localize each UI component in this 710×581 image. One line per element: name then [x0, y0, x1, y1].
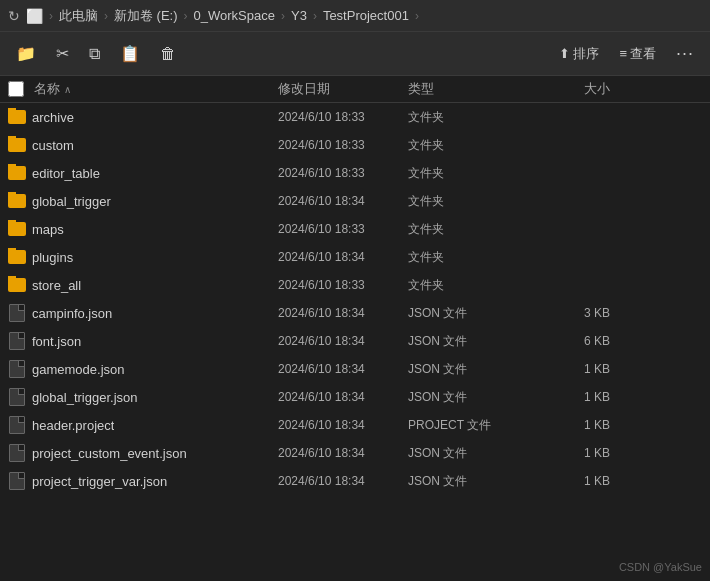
sep5: ›: [313, 9, 317, 23]
sort-label: 排序: [573, 45, 599, 63]
delete-icon: 🗑: [160, 45, 176, 63]
json-file-icon: [8, 472, 26, 490]
paste-icon: 📋: [120, 44, 140, 63]
file-date: 2024/6/10 18:34: [278, 446, 408, 460]
file-name: project_trigger_var.json: [32, 474, 167, 489]
file-name: store_all: [32, 278, 81, 293]
refresh-icon[interactable]: ↻: [8, 8, 20, 24]
breadcrumb-workspace[interactable]: 0_WorkSpace: [194, 8, 275, 23]
file-size: 1 KB: [538, 474, 618, 488]
file-size: 1 KB: [538, 418, 618, 432]
sep6: ›: [415, 9, 419, 23]
file-type: JSON 文件: [408, 361, 538, 378]
folder-icon: [8, 248, 26, 266]
file-name: font.json: [32, 334, 81, 349]
table-row[interactable]: header.project 2024/6/10 18:34 PROJECT 文…: [0, 411, 710, 439]
json-file-icon: [8, 388, 26, 406]
file-name-cell: project_custom_event.json: [8, 444, 278, 462]
file-name-cell: gamemode.json: [8, 360, 278, 378]
breadcrumb-y3[interactable]: Y3: [291, 8, 307, 23]
select-all-checkbox[interactable]: [8, 81, 24, 97]
file-type: 文件夹: [408, 221, 538, 238]
table-row[interactable]: global_trigger 2024/6/10 18:34 文件夹: [0, 187, 710, 215]
table-row[interactable]: font.json 2024/6/10 18:34 JSON 文件 6 KB: [0, 327, 710, 355]
json-file-icon: [8, 444, 26, 462]
file-date: 2024/6/10 18:33: [278, 138, 408, 152]
window-icon[interactable]: ⬜: [26, 8, 43, 24]
new-folder-icon: 📁: [16, 44, 36, 63]
delete-button[interactable]: 🗑: [152, 41, 184, 67]
table-row[interactable]: campinfo.json 2024/6/10 18:34 JSON 文件 3 …: [0, 299, 710, 327]
file-date: 2024/6/10 18:34: [278, 334, 408, 348]
view-button[interactable]: ≡ 查看: [611, 41, 664, 67]
table-row[interactable]: editor_table 2024/6/10 18:33 文件夹: [0, 159, 710, 187]
file-size: 1 KB: [538, 362, 618, 376]
table-row[interactable]: custom 2024/6/10 18:33 文件夹: [0, 131, 710, 159]
cut-icon: ✂: [56, 44, 69, 63]
view-label: 查看: [630, 45, 656, 63]
file-type: JSON 文件: [408, 333, 538, 350]
file-name: plugins: [32, 250, 73, 265]
table-row[interactable]: global_trigger.json 2024/6/10 18:34 JSON…: [0, 383, 710, 411]
sep2: ›: [104, 9, 108, 23]
file-name-cell: plugins: [8, 248, 278, 266]
file-date: 2024/6/10 18:34: [278, 362, 408, 376]
file-size: 3 KB: [538, 306, 618, 320]
folder-icon: [8, 108, 26, 126]
titlebar: ↻ ⬜ › 此电脑 › 新加卷 (E:) › 0_WorkSpace › Y3 …: [0, 0, 710, 32]
folder-icon: [8, 276, 26, 294]
breadcrumb-project[interactable]: TestProject001: [323, 8, 409, 23]
more-button[interactable]: ···: [668, 39, 702, 68]
sort-button[interactable]: ⬆ 排序: [551, 41, 607, 67]
table-row[interactable]: archive 2024/6/10 18:33 文件夹: [0, 103, 710, 131]
file-size: 1 KB: [538, 390, 618, 404]
folder-icon: [8, 136, 26, 154]
breadcrumb-drive[interactable]: 新加卷 (E:): [114, 7, 178, 25]
json-file-icon: [8, 360, 26, 378]
sep4: ›: [281, 9, 285, 23]
folder-icon: [8, 220, 26, 238]
file-name: maps: [32, 222, 64, 237]
file-name: archive: [32, 110, 74, 125]
file-date: 2024/6/10 18:34: [278, 250, 408, 264]
file-name-cell: global_trigger: [8, 192, 278, 210]
copy-button[interactable]: ⧉: [81, 41, 108, 67]
file-date: 2024/6/10 18:34: [278, 474, 408, 488]
file-name: header.project: [32, 418, 114, 433]
file-date: 2024/6/10 18:34: [278, 306, 408, 320]
file-date: 2024/6/10 18:34: [278, 418, 408, 432]
file-name: project_custom_event.json: [32, 446, 187, 461]
paste-button[interactable]: 📋: [112, 40, 148, 67]
file-name-cell: maps: [8, 220, 278, 238]
table-row[interactable]: gamemode.json 2024/6/10 18:34 JSON 文件 1 …: [0, 355, 710, 383]
filelist-container: archive 2024/6/10 18:33 文件夹 custom 2024/…: [0, 103, 710, 581]
file-name-cell: font.json: [8, 332, 278, 350]
sep1: ›: [49, 9, 53, 23]
file-name-cell: campinfo.json: [8, 304, 278, 322]
view-icon: ≡: [619, 46, 627, 61]
file-name-cell: project_trigger_var.json: [8, 472, 278, 490]
filelist-header: 名称 ∧ 修改日期 类型 大小: [0, 76, 710, 103]
file-date: 2024/6/10 18:34: [278, 390, 408, 404]
table-row[interactable]: project_custom_event.json 2024/6/10 18:3…: [0, 439, 710, 467]
toolbar: 📁 ✂ ⧉ 📋 🗑 ⬆ 排序 ≡ 查看 ···: [0, 32, 710, 76]
file-type: JSON 文件: [408, 305, 538, 322]
table-row[interactable]: plugins 2024/6/10 18:34 文件夹: [0, 243, 710, 271]
file-type: JSON 文件: [408, 445, 538, 462]
copy-icon: ⧉: [89, 45, 100, 63]
file-name-cell: global_trigger.json: [8, 388, 278, 406]
json-file-icon: [8, 332, 26, 350]
cut-button[interactable]: ✂: [48, 40, 77, 67]
header-date-col: 修改日期: [278, 80, 408, 98]
file-type: 文件夹: [408, 165, 538, 182]
header-name-label: 名称: [34, 80, 60, 98]
table-row[interactable]: project_trigger_var.json 2024/6/10 18:34…: [0, 467, 710, 495]
file-size: 1 KB: [538, 446, 618, 460]
file-name: campinfo.json: [32, 306, 112, 321]
table-row[interactable]: maps 2024/6/10 18:33 文件夹: [0, 215, 710, 243]
breadcrumb-pc[interactable]: 此电脑: [59, 7, 98, 25]
new-folder-button[interactable]: 📁: [8, 40, 44, 67]
table-row[interactable]: store_all 2024/6/10 18:33 文件夹: [0, 271, 710, 299]
file-name: global_trigger: [32, 194, 111, 209]
file-date: 2024/6/10 18:33: [278, 110, 408, 124]
